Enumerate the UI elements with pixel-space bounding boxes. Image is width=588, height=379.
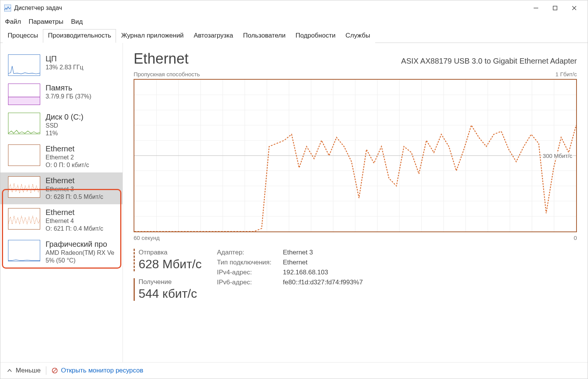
- sidebar-item-detail: Ethernet 2: [46, 154, 89, 161]
- metric-receive-label: Получение: [139, 278, 202, 286]
- titlebar: Диспетчер задач: [0, 0, 588, 16]
- sidebar-item-detail2: 5% (50 °C): [46, 257, 114, 264]
- sidebar-item-eth4[interactable]: Ethernet Ethernet 4 О: 621 П: 0.4 Мбит/с: [0, 204, 122, 236]
- tab-processes[interactable]: Процессы: [3, 29, 43, 43]
- sidebar-item-detail: 3.7/9.9 ГБ (37%): [46, 93, 91, 100]
- fewer-details-button[interactable]: Меньше: [7, 367, 41, 374]
- sidebar-item-label: Память: [46, 84, 91, 92]
- maximize-button[interactable]: [546, 0, 565, 16]
- svg-rect-5: [8, 97, 40, 105]
- tab-users[interactable]: Пользователи: [238, 29, 291, 43]
- minimize-button[interactable]: [526, 0, 546, 16]
- sidebar-item-label: Графический про: [46, 240, 114, 249]
- sidebar-item-detail: AMD Radeon(TM) RX Ve: [46, 249, 114, 256]
- sidebar-item-label: Ethernet: [46, 208, 103, 217]
- sidebar-item-detail2: 11%: [46, 130, 83, 137]
- menu-file[interactable]: Файл: [5, 18, 21, 26]
- sidebar-item-detail: 13% 2.83 ГГц: [46, 64, 83, 71]
- tab-services[interactable]: Службы: [340, 29, 375, 43]
- footer: Меньше Открыть монитор ресурсов: [0, 362, 588, 379]
- info-ipv6-key: IPv6-адрес:: [217, 279, 271, 286]
- chart-label-top-left: Пропускная способность: [134, 71, 200, 77]
- app-icon: [4, 5, 11, 11]
- fewer-details-label: Меньше: [16, 367, 41, 374]
- sidebar-item-cpu[interactable]: ЦП 13% 2.83 ГГц: [0, 51, 122, 80]
- sidebar-item-eth3[interactable]: Ethernet Ethernet 3 О: 628 П: 0.5 Мбит/с: [0, 172, 122, 204]
- sidebar-item-detail: SSD: [46, 122, 83, 129]
- menu-options[interactable]: Параметры: [29, 18, 64, 26]
- info-conn-value: Ethernet: [283, 259, 363, 266]
- open-resource-monitor-link[interactable]: Открыть монитор ресурсов: [52, 367, 143, 374]
- svg-rect-2: [553, 6, 557, 10]
- sidebar-item-disk0[interactable]: Диск 0 (C:) SSD 11%: [0, 109, 122, 141]
- sidebar-item-eth2[interactable]: Ethernet Ethernet 2 О: 0 П: 0 кбит/с: [0, 141, 122, 172]
- resource-monitor-icon: [52, 368, 58, 374]
- window-title: Диспетчер задач: [14, 5, 62, 11]
- info-ipv4-value: 192.168.68.103: [283, 269, 363, 276]
- metric-send-value: 628 Мбит/с: [139, 257, 202, 271]
- sidebar-item-gpu[interactable]: Графический про AMD Radeon(TM) RX Ve 5% …: [0, 236, 122, 268]
- info-ipv6-value: fe80::f1d:d327:fd74:f993%7: [283, 279, 363, 286]
- adapter-info-table: Адаптер: Ethernet 3 Тип подключения: Eth…: [217, 249, 363, 301]
- metric-send: Отправка 628 Мбит/с: [134, 249, 202, 271]
- info-adapter-key: Адаптер:: [217, 249, 271, 256]
- tab-startup[interactable]: Автозагрузка: [189, 29, 238, 43]
- tab-app-history[interactable]: Журнал приложений: [116, 29, 189, 43]
- metric-send-label: Отправка: [139, 249, 202, 256]
- sidebar-item-detail: Ethernet 4: [46, 218, 103, 225]
- tabs: Процессы Производительность Журнал прило…: [0, 29, 588, 43]
- adapter-name: ASIX AX88179 USB 3.0 to Gigabit Ethernet…: [401, 57, 577, 66]
- sidebar-item-detail: Ethernet 3: [46, 186, 103, 193]
- sidebar-item-label: ЦП: [46, 54, 83, 63]
- main-panel: Ethernet ASIX AX88179 USB 3.0 to Gigabit…: [123, 43, 588, 362]
- metric-receive-value: 544 кбит/с: [139, 287, 202, 301]
- throughput-chart[interactable]: 300 Мбит/с: [134, 79, 577, 232]
- sidebar: ЦП 13% 2.83 ГГц Память 3.7/9.9 ГБ (37%): [0, 43, 123, 362]
- axis-left-label: 60 секунд: [134, 235, 160, 241]
- metric-receive: Получение 544 кбит/с: [134, 278, 202, 301]
- sidebar-item-detail2: О: 628 П: 0.5 Мбит/с: [46, 194, 103, 200]
- chevron-up-icon: [7, 368, 13, 374]
- tab-details[interactable]: Подробности: [291, 29, 341, 43]
- page-title: Ethernet: [134, 51, 189, 67]
- sidebar-item-memory[interactable]: Память 3.7/9.9 ГБ (37%): [0, 80, 122, 109]
- sidebar-item-detail2: О: 0 П: 0 кбит/с: [46, 162, 89, 169]
- open-resource-monitor-label: Открыть монитор ресурсов: [61, 367, 143, 374]
- sidebar-item-detail2: О: 621 П: 0.4 Мбит/с: [46, 225, 103, 232]
- sidebar-item-label: Диск 0 (C:): [46, 113, 83, 121]
- chart-label-top-right: 1 Гбит/с: [555, 71, 577, 77]
- menu-view[interactable]: Вид: [71, 18, 83, 26]
- info-conn-key: Тип подключения:: [217, 259, 271, 266]
- info-ipv4-key: IPv4-адрес:: [217, 269, 271, 276]
- close-button[interactable]: [565, 0, 584, 16]
- sidebar-item-label: Ethernet: [46, 144, 89, 153]
- sidebar-item-label: Ethernet: [46, 176, 103, 185]
- tab-performance[interactable]: Производительность: [43, 29, 116, 43]
- chart-mid-label: 300 Мбит/с: [542, 153, 573, 159]
- axis-right-label: 0: [574, 235, 577, 241]
- info-adapter-value: Ethernet 3: [283, 249, 363, 256]
- svg-line-35: [53, 369, 56, 372]
- menubar: Файл Параметры Вид: [0, 16, 588, 29]
- divider: [46, 366, 46, 375]
